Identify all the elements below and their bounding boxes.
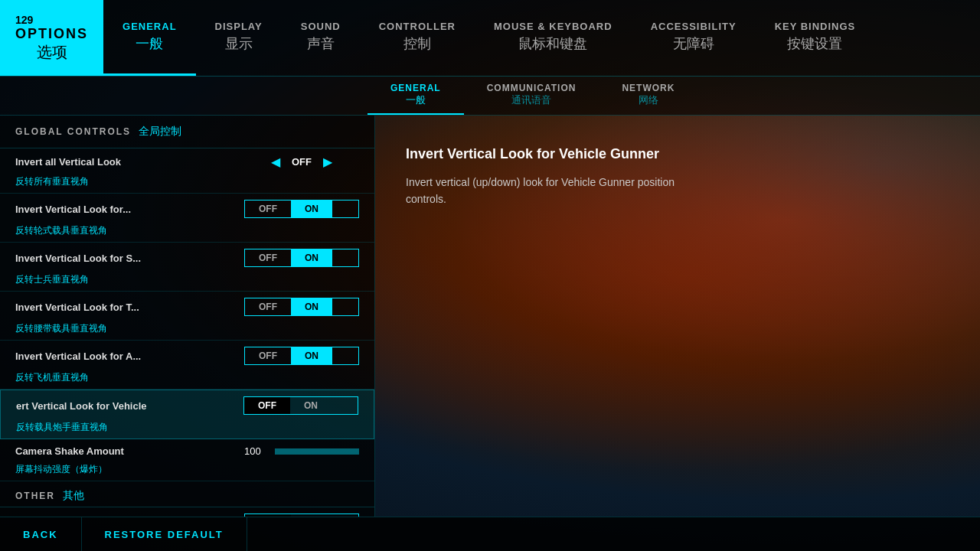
sub-tab-general_sub[interactable]: GENERAL一般 [368, 77, 464, 115]
nav-tab-sound[interactable]: SOUND声音 [282, 0, 360, 76]
setting-label-invert_vehicle: Invert Vertical Look for... [15, 204, 131, 215]
toggle-invert_gunner[interactable]: OFFON [243, 396, 358, 415]
settings-list: Invert all Vertical Look◀OFF▶反转所有垂直视角Inv… [0, 148, 374, 517]
nav-tab-controller[interactable]: CONTROLLER控制 [360, 0, 475, 76]
camera-shake-label: Camera Shake Amount [15, 445, 124, 457]
nav-tab-display[interactable]: DISPLAY显示 [196, 0, 282, 76]
sub-tab-communication[interactable]: COMMUNICATION通讯语音 [464, 77, 599, 115]
main-content: GLOBAL CONTROLS 全局控制 Invert all Vertical… [0, 116, 980, 517]
toggle-on-invert_gunner[interactable]: ON [290, 397, 332, 414]
right-panel: Invert Vertical Look for Vehicle Gunner … [375, 116, 980, 517]
sub-tab-zh-communication: 通讯语音 [511, 93, 551, 107]
arrow-toggle-invert_all[interactable]: ◀OFF▶ [244, 155, 359, 169]
sub-tab-en-general_sub: GENERAL [390, 83, 441, 93]
sub-tab-zh-network: 网络 [639, 93, 658, 107]
nav-tabs: GENERAL一般DISPLAY显示SOUND声音CONTROLLER控制MOU… [103, 0, 980, 76]
toggle-on-invert_air[interactable]: ON [291, 347, 332, 364]
bottom-bar: BACK RESTORE DEFAULT [0, 517, 980, 551]
setting-row-crossplay1: Cross-PlayOFFON跨平台联机 [0, 507, 374, 517]
toggle-invert_air[interactable]: OFFON [244, 347, 359, 365]
sub-tab-network[interactable]: NETWORK网络 [599, 77, 697, 115]
tab-zh-accessibility: 无障碍 [673, 34, 714, 53]
setting-label-invert_soldier: Invert Vertical Look for S... [15, 253, 141, 264]
setting-label-invert_gunner: ert Vertical Look for Vehicle [16, 400, 147, 412]
other-section-header: OTHER其他 [0, 481, 374, 507]
camera-shake-slider[interactable]: 100 [244, 445, 359, 457]
global-controls-en: GLOBAL CONTROLS [15, 126, 131, 137]
global-controls-zh: 全局控制 [139, 125, 181, 139]
toggle-off-invert_gunner[interactable]: OFF [244, 397, 290, 414]
setting-label-zh-invert_soldier: 反转士兵垂直视角 [0, 273, 374, 291]
other-en: OTHER [15, 491, 55, 501]
toggle-invert_vehicle[interactable]: OFFON [244, 200, 359, 218]
tab-en-accessibility: ACCESSIBILITY [651, 21, 737, 32]
setting-label-zh-invert_all: 反转所有垂直视角 [0, 175, 374, 193]
setting-row-invert_all: Invert all Vertical Look◀OFF▶反转所有垂直视角 [0, 148, 374, 194]
arrow-value-invert_all: OFF [286, 156, 317, 168]
sub-tab-zh-general_sub: 一般 [406, 93, 426, 107]
options-label-en: OPTIONS [15, 26, 88, 42]
setting-label-zh-invert_vehicle: 反转轮式载具垂直视角 [0, 224, 374, 242]
arrow-right-invert_all[interactable]: ▶ [323, 155, 332, 169]
setting-label-invert_air: Invert Vertical Look for A... [15, 350, 141, 362]
options-button[interactable]: 129 OPTIONS 选项 [0, 0, 103, 76]
sub-tab-en-network: NETWORK [622, 83, 675, 93]
tab-zh-controller: 控制 [403, 34, 431, 53]
toggle-on-invert_towed[interactable]: ON [291, 298, 332, 315]
tab-en-mouse_kb: MOUSE & KEYBOARD [494, 21, 612, 32]
tab-zh-sound: 声音 [307, 34, 335, 53]
sub-tab-en-communication: COMMUNICATION [487, 83, 577, 93]
options-label-zh: 选项 [37, 42, 67, 63]
setting-label-zh-invert_gunner: 反转载具炮手垂直视角 [1, 421, 374, 439]
camera-shake-row: Camera Shake Amount100屏幕抖动强度（爆炸） [0, 439, 374, 481]
setting-label-zh-invert_towed: 反转腰带载具垂直视角 [0, 322, 374, 340]
left-panel: GLOBAL CONTROLS 全局控制 Invert all Vertical… [0, 116, 375, 517]
toggle-off-invert_air[interactable]: OFF [245, 347, 291, 364]
arrow-left-invert_all[interactable]: ◀ [271, 155, 280, 169]
back-button[interactable]: BACK [0, 517, 82, 551]
nav-tab-accessibility[interactable]: ACCESSIBILITY无障碍 [632, 0, 756, 76]
tab-en-key_bindings: KEY BINDINGS [775, 21, 856, 32]
toggle-off-invert_soldier[interactable]: OFF [245, 249, 291, 266]
camera-shake-label-zh: 屏幕抖动强度（爆炸） [0, 463, 374, 481]
tab-zh-display: 显示 [225, 34, 253, 53]
sub-tabs-bar: GENERAL一般COMMUNICATION通讯语音NETWORK网络 [0, 77, 980, 116]
nav-tab-key_bindings[interactable]: KEY BINDINGS按键设置 [756, 0, 875, 76]
other-zh: 其他 [63, 489, 84, 503]
nav-tab-general[interactable]: GENERAL一般 [103, 0, 196, 76]
setting-label-zh-invert_air: 反转飞机垂直视角 [0, 371, 374, 389]
setting-label-invert_towed: Invert Vertical Look for T... [15, 302, 139, 313]
toggle-invert_soldier[interactable]: OFFON [244, 249, 359, 267]
restore-default-button[interactable]: RESTORE DEFAULT [82, 517, 247, 551]
detail-desc: Invert vertical (up/down) look for Vehic… [406, 174, 712, 208]
top-nav: 129 OPTIONS 选项 GENERAL一般DISPLAY显示SOUND声音… [0, 0, 980, 77]
toggle-off-invert_towed[interactable]: OFF [245, 298, 291, 315]
toggle-off-invert_vehicle[interactable]: OFF [245, 201, 291, 217]
tab-zh-general: 一般 [136, 34, 163, 53]
nav-tab-mouse_kb[interactable]: MOUSE & KEYBOARD鼠标和键盘 [475, 0, 632, 76]
setting-row-invert_soldier: Invert Vertical Look for S...OFFON反转士兵垂直… [0, 243, 374, 292]
global-controls-header: GLOBAL CONTROLS 全局控制 [0, 116, 374, 148]
options-number: 129 [15, 14, 33, 26]
tab-en-display: DISPLAY [215, 21, 263, 32]
setting-row-invert_towed: Invert Vertical Look for T...OFFON反转腰带载具… [0, 292, 374, 341]
toggle-invert_towed[interactable]: OFFON [244, 298, 359, 316]
tab-en-sound: SOUND [301, 21, 341, 32]
detail-title: Invert Vertical Look for Vehicle Gunner [406, 146, 949, 162]
tab-en-controller: CONTROLLER [379, 21, 456, 32]
slider-fill [276, 449, 358, 454]
setting-row-invert_vehicle: Invert Vertical Look for...OFFON反转轮式载具垂直… [0, 194, 374, 243]
setting-label-invert_all: Invert all Vertical Look [15, 156, 121, 168]
tab-en-general: GENERAL [122, 21, 177, 32]
tab-zh-key_bindings: 按键设置 [787, 34, 842, 53]
tab-zh-mouse_kb: 鼠标和键盘 [518, 34, 587, 53]
setting-row-invert_gunner: ert Vertical Look for VehicleOFFON反转载具炮手… [0, 390, 374, 439]
setting-row-invert_air: Invert Vertical Look for A...OFFON反转飞机垂直… [0, 341, 374, 390]
toggle-on-invert_vehicle[interactable]: ON [291, 201, 332, 217]
camera-shake-value: 100 [244, 445, 267, 457]
slider-track[interactable] [275, 448, 359, 455]
toggle-on-invert_soldier[interactable]: ON [291, 249, 332, 266]
